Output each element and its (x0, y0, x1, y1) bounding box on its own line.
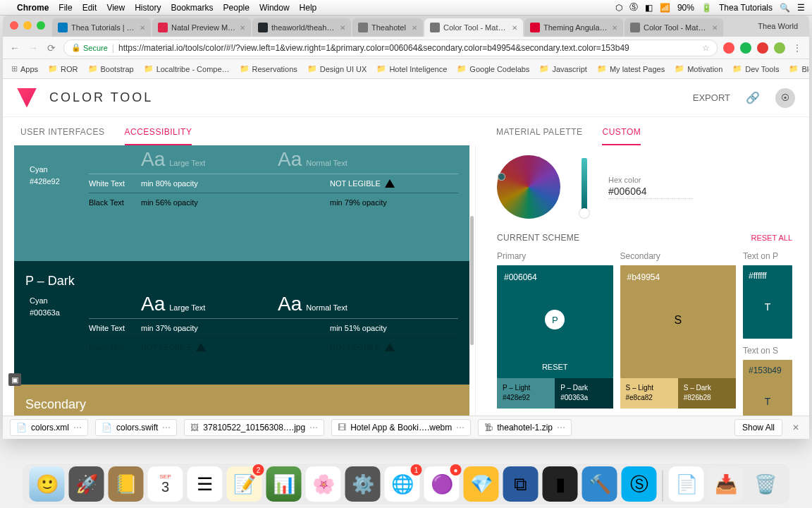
tab-close-icon[interactable]: ✕ (337, 24, 345, 32)
primary-swatch[interactable]: #006064 P RESET (497, 265, 613, 378)
forward-icon[interactable]: → (27, 42, 39, 54)
tab-angular[interactable]: Theming Angular Ma✕ (524, 18, 623, 37)
bookmark-mypages[interactable]: 📁My latest Pages (594, 63, 668, 75)
photos-icon[interactable]: 🌸 (306, 466, 341, 502)
extension-icon[interactable] (774, 42, 785, 54)
menu-bookmarks[interactable]: Bookmarks (171, 3, 214, 13)
finder-icon[interactable]: 🙂 (30, 466, 65, 502)
reset-all-button[interactable]: RESET ALL (751, 234, 793, 242)
scrollbar[interactable] (470, 216, 474, 345)
bookmark-localtribe[interactable]: 📁Localtribe - Compe… (141, 63, 233, 75)
accessibility-pane[interactable]: AaLarge Text AaNormal Text Cyan #428e92 … (3, 145, 475, 416)
extension-icon[interactable] (723, 42, 734, 54)
close-button[interactable] (10, 21, 18, 30)
wifi-icon[interactable]: 📶 (660, 3, 670, 13)
sketch-icon[interactable]: 💎 (464, 466, 499, 502)
download-menu-icon[interactable]: ⋯ (162, 423, 171, 433)
bookmark-reservations[interactable]: 📁Reservations (237, 63, 300, 75)
tab-close-icon[interactable]: ✕ (609, 24, 617, 32)
minimize-button[interactable] (23, 21, 32, 30)
download-menu-icon[interactable]: ⋯ (73, 423, 82, 433)
tab-close-icon[interactable]: ✕ (237, 24, 245, 32)
tab-colortool2[interactable]: Color Tool - Material✕ (625, 18, 723, 37)
tab-natal[interactable]: Natal Preview Mode✕ (152, 18, 251, 37)
tab-close-icon[interactable]: ✕ (409, 24, 417, 32)
bookmark-devtools[interactable]: 📁Dev Tools (730, 63, 782, 75)
menu-window[interactable]: Window (259, 3, 290, 13)
bookmark-design[interactable]: 📁Design UI UX (304, 63, 370, 75)
app-name[interactable]: Chrome (17, 3, 49, 13)
menu-list-icon[interactable]: ☰ (797, 3, 805, 13)
bookmark-ror[interactable]: 📁ROR (45, 63, 80, 75)
link-icon[interactable]: 🔗 (746, 91, 760, 104)
skype-icon[interactable]: Ⓢ (622, 466, 657, 502)
maximize-button[interactable] (37, 21, 45, 30)
calendar-icon[interactable]: SEP3 (148, 466, 183, 502)
reminders-icon[interactable]: ☰ (187, 466, 223, 502)
download-item[interactable]: 🗜theahotel-1.zip⋯ (478, 419, 572, 436)
color-wheel[interactable] (497, 155, 560, 219)
download-item[interactable]: 📄colors.xml⋯ (10, 419, 88, 436)
menu-people[interactable]: People (223, 3, 250, 13)
download-menu-icon[interactable]: ⋯ (557, 423, 565, 433)
avatar[interactable]: ⦿ (775, 88, 795, 108)
bookmark-codelabs[interactable]: 📁Google Codelabs (454, 63, 532, 75)
tab-github[interactable]: theaworld/theahotel✕ (252, 18, 351, 37)
bookmark-bootstrap[interactable]: 📁Bootstrap (85, 63, 137, 75)
tab-custom[interactable]: CUSTOM (602, 120, 641, 145)
s-light-swatch[interactable]: S – Light #e8ca82 (620, 378, 678, 409)
menu-help[interactable]: Help (300, 3, 317, 13)
export-button[interactable]: EXPORT (693, 92, 730, 103)
bookmark-star-icon[interactable]: ☆ (702, 43, 710, 53)
download-item[interactable]: 📄colors.swift⋯ (95, 419, 177, 436)
s-dark-swatch[interactable]: S – Dark #826b28 (678, 378, 736, 409)
contacts-icon[interactable]: 📒 (109, 466, 144, 502)
material-logo[interactable] (17, 88, 37, 108)
vscode-icon[interactable]: ⧉ (503, 466, 539, 502)
textedit-icon[interactable]: 📄 (669, 466, 704, 502)
feedback-icon[interactable]: ▣ (8, 373, 21, 386)
menubar-user[interactable]: Thea Tutorials (719, 3, 773, 13)
tab-theahotel[interactable]: Theahotel✕ (352, 18, 423, 37)
extension-icon[interactable] (757, 42, 768, 54)
terminal-icon[interactable]: ▮ (543, 466, 578, 502)
menu-edit[interactable]: Edit (82, 3, 97, 13)
tab-trello[interactable]: Thea Tutorials | Trello✕ (52, 18, 151, 37)
download-item[interactable]: 🖼37810522_10156308….jpg⋯ (184, 419, 324, 436)
bookmark-motivation[interactable]: 📁Motivation (672, 63, 725, 75)
tab-close-icon[interactable]: ✕ (509, 24, 517, 32)
spotlight-icon[interactable]: 🔍 (780, 3, 790, 13)
numbers-icon[interactable]: 📊 (266, 466, 302, 502)
reload-icon[interactable]: ⟳ (45, 42, 58, 54)
settings-icon[interactable]: ⚙️ (345, 466, 381, 502)
tab-close-icon[interactable]: ✕ (709, 24, 718, 32)
lightness-slider[interactable] (582, 158, 587, 216)
text-on-p-swatch[interactable]: #ffffff T (743, 265, 792, 339)
notes-icon[interactable]: 📝2 (227, 466, 262, 502)
address-bar[interactable]: 🔒 Secure | https://material.io/tools/col… (63, 40, 718, 56)
extension-icon[interactable] (740, 42, 751, 54)
p-dark-swatch[interactable]: P – Dark #00363a (555, 378, 613, 409)
tab-colortool-active[interactable]: Color Tool - Material✕ (424, 18, 523, 37)
skype-menubar-icon[interactable]: Ⓢ (629, 1, 638, 13)
download-menu-icon[interactable]: ⋯ (309, 423, 318, 433)
hex-input[interactable]: #006064 (608, 186, 693, 199)
bookmark-javascript[interactable]: 📁Javascript (536, 63, 590, 75)
apps-button[interactable]: ⊞Apps (8, 63, 41, 75)
profile-name[interactable]: Thea World (751, 22, 805, 30)
bookmark-blockchain[interactable]: 📁Block Chain (786, 63, 809, 75)
menu-history[interactable]: History (135, 3, 161, 13)
chrome-icon[interactable]: 🌐1 (385, 466, 420, 502)
slack-icon[interactable]: 🟣● (424, 466, 460, 502)
download-item[interactable]: 🎞Hotel App & Booki….webm⋯ (331, 419, 471, 436)
tab-user-interfaces[interactable]: USER INTERFACES (20, 120, 105, 145)
dropbox-icon[interactable]: ⬡ (615, 3, 622, 13)
back-icon[interactable]: ← (8, 42, 21, 54)
1password-icon[interactable]: ◧ (645, 3, 653, 13)
menu-file[interactable]: File (59, 3, 72, 13)
downloads-stack-icon[interactable]: 📥 (708, 466, 744, 502)
bookmark-hotel[interactable]: 📁Hotel Inteligence (374, 63, 450, 75)
xcode-icon[interactable]: 🔨 (582, 466, 617, 502)
p-light-swatch[interactable]: P – Light #428e92 (497, 378, 555, 409)
launchpad-icon[interactable]: 🚀 (69, 466, 104, 502)
